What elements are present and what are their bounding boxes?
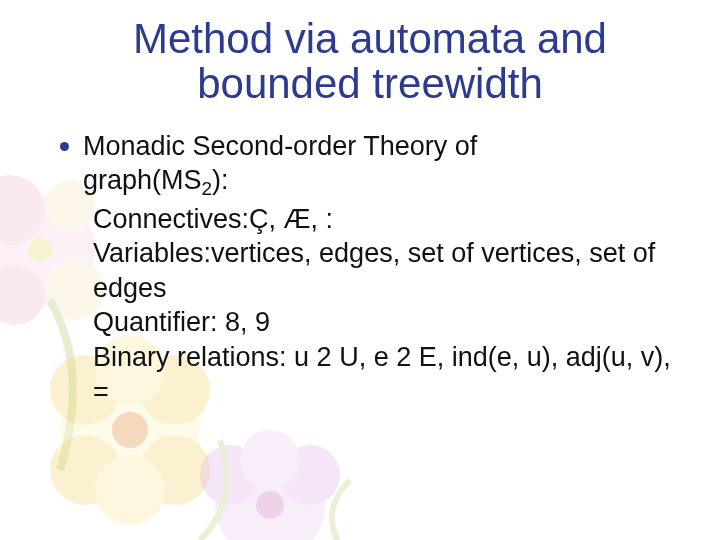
bullet-text: Monadic Second-order Theory of graph(MS2…	[83, 129, 680, 409]
svg-point-13	[112, 412, 148, 448]
theory-line2b: ):	[212, 165, 229, 195]
svg-point-18	[256, 491, 284, 519]
slide-content: Method via automata and bounded treewidt…	[0, 0, 720, 409]
quantifier-value: 8, 9	[225, 307, 270, 337]
slide-body: Monadic Second-order Theory of graph(MS2…	[60, 129, 680, 409]
svg-point-12	[95, 455, 165, 525]
connectives-value: Ç, Æ, :	[249, 204, 333, 234]
slide-title: Method via automata and bounded treewidt…	[60, 16, 680, 107]
theory-subscript: 2	[202, 179, 213, 200]
relations-label: Binary relations:	[93, 342, 294, 372]
connectives-line: Connectives:Ç, Æ, :	[83, 202, 680, 237]
connectives-label: Connectives:	[93, 204, 249, 234]
bullet-dot	[60, 142, 69, 151]
svg-point-17	[240, 430, 300, 490]
theory-line1: Monadic Second-order Theory of	[83, 129, 680, 164]
theory-line2a: graph(MS	[83, 165, 202, 195]
quantifier-label: Quantifier:	[93, 307, 225, 337]
quantifier-line: Quantifier: 8, 9	[83, 305, 680, 340]
variables-label: Variables:	[93, 238, 211, 268]
variables-line: Variables:vertices, edges, set of vertic…	[83, 236, 680, 305]
relations-line: Binary relations: u 2 U, e 2 E, ind(e, u…	[83, 340, 680, 409]
bullet-item: Monadic Second-order Theory of graph(MS2…	[60, 129, 680, 409]
